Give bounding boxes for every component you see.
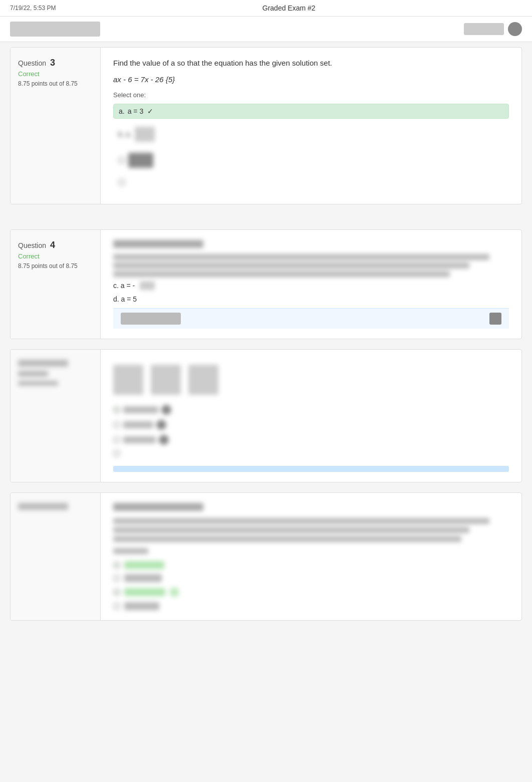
question-4-footer bbox=[113, 308, 509, 329]
question-4-body-blurred bbox=[113, 254, 509, 277]
question-3-main: Find the value of a so that the equation… bbox=[101, 48, 521, 204]
institution-logo bbox=[10, 22, 100, 37]
question-5-block bbox=[10, 349, 522, 482]
question-3-status: Correct bbox=[18, 70, 93, 78]
exam-title: Graded Exam #2 bbox=[262, 4, 316, 12]
option-d-q4-label: d. a = 5 bbox=[113, 295, 137, 303]
footer-icon-right[interactable] bbox=[489, 313, 501, 325]
question-4-block: Question 4 Correct 8.75 points out of 8.… bbox=[10, 229, 522, 339]
timestamp: 7/19/22, 5:53 PM bbox=[10, 5, 56, 12]
page-content: Question 3 Correct 8.75 points out of 8.… bbox=[0, 42, 532, 636]
option-a[interactable]: a. a = 3 ✓ bbox=[113, 104, 509, 119]
question-3-points: 8.75 points out of 8.75 bbox=[18, 80, 93, 88]
question-3-text: Find the value of a so that the equation… bbox=[113, 58, 509, 69]
question-6-sidebar bbox=[11, 493, 101, 620]
question-4-number: Question 4 bbox=[18, 240, 93, 250]
header-right bbox=[464, 22, 522, 36]
q6-heading-blurred bbox=[113, 503, 203, 511]
question-5-sidebar bbox=[11, 350, 101, 482]
question-4-title-blurred bbox=[113, 240, 203, 248]
option-c-q4: c. a = - bbox=[113, 281, 509, 290]
option-a-value: a = 3 bbox=[128, 107, 144, 115]
q6-select-blurred bbox=[113, 548, 148, 554]
option-c bbox=[113, 150, 509, 171]
option-d bbox=[113, 176, 509, 189]
question-6-block bbox=[10, 492, 522, 621]
question-3-equation: ax - 6 = 7x - 26 {5} bbox=[113, 75, 509, 84]
top-bar: 7/19/22, 5:53 PM Graded Exam #2 bbox=[0, 0, 532, 17]
footer-button-left[interactable] bbox=[121, 313, 181, 325]
option-b-label: b. a bbox=[118, 130, 130, 138]
question-3-block: Question 3 Correct 8.75 points out of 8.… bbox=[10, 47, 522, 204]
question-5-footer-bar bbox=[113, 466, 509, 472]
q6-options-blurred bbox=[113, 561, 509, 610]
option-b: b. a bbox=[113, 124, 509, 145]
option-c-q4-label: c. a = - bbox=[113, 282, 135, 290]
question-4-status: Correct bbox=[18, 252, 93, 260]
option-d-q4: d. a = 5 bbox=[113, 295, 509, 303]
option-a-label: a. bbox=[119, 107, 125, 115]
header-bar bbox=[0, 17, 532, 42]
question-5-main bbox=[101, 350, 521, 482]
check-icon: ✓ bbox=[147, 107, 153, 115]
question-4-main: c. a = - d. a = 5 bbox=[101, 230, 521, 339]
question-3-sidebar: Question 3 Correct 8.75 points out of 8.… bbox=[11, 48, 101, 204]
question-3-select-label: Select one: bbox=[113, 91, 509, 99]
header-action-button[interactable] bbox=[464, 23, 504, 35]
question-6-main bbox=[101, 493, 521, 620]
user-icon[interactable] bbox=[508, 22, 522, 36]
q6-body-blurred bbox=[113, 518, 509, 542]
question-5-options-blurred bbox=[113, 400, 509, 462]
question-4-sidebar: Question 4 Correct 8.75 points out of 8.… bbox=[11, 230, 101, 339]
question-3-number: Question 3 bbox=[18, 58, 93, 68]
question-4-points: 8.75 points out of 8.75 bbox=[18, 262, 93, 271]
question-5-images-blurred bbox=[113, 365, 509, 395]
